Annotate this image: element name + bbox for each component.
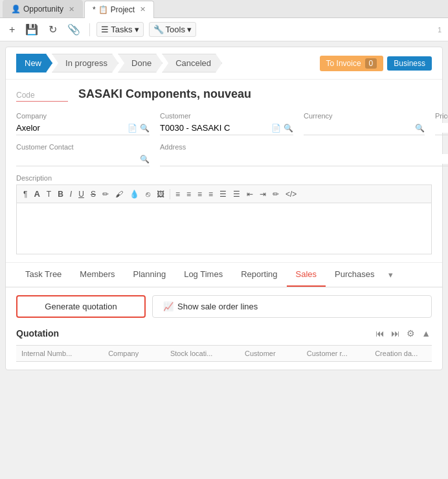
desc-italic-btn[interactable]: I [67,188,74,200]
price-list-field-group: Price list 🔍 [435,112,448,135]
desc-paragraph-btn[interactable]: ¶ [21,188,30,200]
quotation-first-page-btn[interactable]: ⏮ [374,327,386,340]
sales-tab-content: Generate quotation 📈 Show sale order lin… [6,287,442,370]
planning-label: Planning [133,269,166,279]
status-step-in-progress[interactable]: In progress [52,54,118,72]
company-input[interactable] [16,123,125,133]
tasks-label: Tasks [111,25,132,34]
project-tab-close[interactable]: ✕ [140,5,146,14]
address-input[interactable] [160,154,448,164]
quotation-header: Quotation ⏮ ⏭ ⚙ ▲ [16,327,432,340]
status-step-canceled[interactable]: Canceled [162,54,222,72]
refresh-button[interactable]: ↻ [46,22,60,37]
price-list-input[interactable] [435,123,448,133]
desc-align-right-btn[interactable]: ≡ [195,188,205,200]
desc-bullet-list-btn[interactable]: ☰ [217,188,229,200]
purchases-label: Purchases [335,269,374,279]
col-stock-location: Stock locati... [165,350,240,357]
project-tab-label: Project [111,5,135,14]
desc-outdent-btn[interactable]: ⇤ [244,188,256,200]
desc-link-btn[interactable]: ⎋ [143,188,153,200]
save-button[interactable]: 💾 [23,22,41,37]
customer-search-icon[interactable]: 🔍 [284,124,293,133]
desc-color-btn[interactable]: 💧 [127,188,142,200]
address-input-wrapper: 🔍 [160,152,448,166]
show-sale-order-lines-button[interactable]: 📈 Show sale order lines [152,295,432,318]
form-area: Code SASAKI Components, nouveau Company … [6,80,442,262]
currency-input-wrapper: 🔍 [304,121,425,135]
code-field[interactable]: Code [16,91,68,102]
invoice-badge[interactable]: To Invoice 0 [320,56,384,71]
description-section: Description ¶ A T B I U S ✏ 🖌 💧 ⎋ 🖼 ≡ ≡ … [16,174,432,254]
tools-dropdown[interactable]: 🔧 Tools ▾ [149,22,196,37]
quotation-controls: ⏮ ⏭ ⚙ ▲ [374,327,432,340]
customer-copy-icon[interactable]: 📄 [271,124,281,133]
company-copy-icon[interactable]: 📄 [128,124,137,133]
address-field-group: Address 🔍 [160,143,448,166]
desc-underline-btn[interactable]: U [76,188,87,200]
status-new-label: New [25,58,41,68]
company-search-icon[interactable]: 🔍 [140,124,150,133]
description-label: Description [16,174,432,182]
description-area[interactable] [16,203,432,254]
business-badge[interactable]: Business [387,56,432,71]
attach-button[interactable]: 📎 [65,22,83,37]
desc-strikethrough-btn[interactable]: S [88,188,98,200]
quotation-prev-page-btn[interactable]: ⏭ [390,327,401,340]
tab-members[interactable]: Members [71,263,124,287]
currency-input[interactable] [304,123,412,133]
customer-field-group: Customer 📄 🔍 [160,112,293,135]
col-customer: Customer [240,350,302,357]
tools-label: Tools [166,25,185,34]
tab-sales[interactable]: Sales [287,263,326,287]
tab-reporting[interactable]: Reporting [232,263,286,287]
desc-align-center-btn[interactable]: ≡ [184,188,194,200]
main-content: New In progress Done Canceled To Invoice… [5,47,443,370]
opportunity-tab-icon: 👤 [11,5,21,14]
desc-ordered-list-btn[interactable]: ☰ [230,188,243,200]
customer-input[interactable] [160,123,269,133]
desc-clear-btn[interactable]: ✏ [270,188,282,200]
status-step-done[interactable]: Done [118,54,162,72]
quotation-settings-btn[interactable]: ⚙ [405,327,416,340]
desc-bold-btn[interactable]: B [55,188,66,200]
currency-search-icon[interactable]: 🔍 [415,124,425,133]
status-right-badges: To Invoice 0 Business [320,56,432,71]
tab-opportunity[interactable]: 👤 Opportunity ✕ [3,0,83,17]
customer-contact-field-group: Customer Contact 🔍 [16,143,150,166]
customer-contact-search-icon[interactable]: 🔍 [140,155,150,164]
customer-contact-input[interactable] [16,154,137,164]
tab-bar: 👤 Opportunity ✕ * 📋 Project ✕ [0,0,448,18]
tasks-icon: ☰ [101,25,109,34]
opportunity-tab-close[interactable]: ✕ [69,5,74,14]
desc-brush-btn[interactable]: 🖌 [113,188,126,200]
desc-source-btn[interactable]: </> [283,188,299,200]
tab-purchases[interactable]: Purchases [326,263,383,287]
form-title-row: Code SASAKI Components, nouveau [16,87,432,102]
tab-planning[interactable]: Planning [124,263,175,287]
desc-indent-btn[interactable]: ⇥ [257,188,269,200]
desc-font-btn[interactable]: A [31,188,42,200]
members-label: Members [80,269,115,279]
quotation-collapse-btn[interactable]: ▲ [420,327,432,340]
desc-align-left-btn[interactable]: ≡ [173,188,183,200]
desc-text-btn[interactable]: T [44,188,54,200]
tab-task-tree[interactable]: Task Tree [16,263,71,287]
desc-highlight-btn[interactable]: ✏ [100,188,111,200]
tasks-dropdown[interactable]: ☰ Tasks ▾ [96,22,143,37]
tab-more-dropdown[interactable]: ▾ [383,263,398,286]
desc-align-justify-btn[interactable]: ≡ [206,188,216,200]
tab-project[interactable]: * 📋 Project ✕ [84,1,154,18]
status-canceled-label: Canceled [175,58,211,68]
tasks-chevron-icon: ▾ [135,25,139,34]
desc-toolbar-divider [170,189,170,199]
field-grid: Company 📄 🔍 Customer 📄 🔍 Currency [16,112,432,166]
company-label: Company [16,112,150,120]
generate-quotation-button[interactable]: Generate quotation [16,295,146,318]
new-record-button[interactable]: + [6,23,17,37]
tab-log-times[interactable]: Log Times [175,263,232,287]
status-in-progress-label: In progress [65,58,107,68]
price-list-input-wrapper: 🔍 [435,121,448,135]
status-step-new[interactable]: New [16,54,52,72]
desc-image-btn[interactable]: 🖼 [154,188,167,200]
